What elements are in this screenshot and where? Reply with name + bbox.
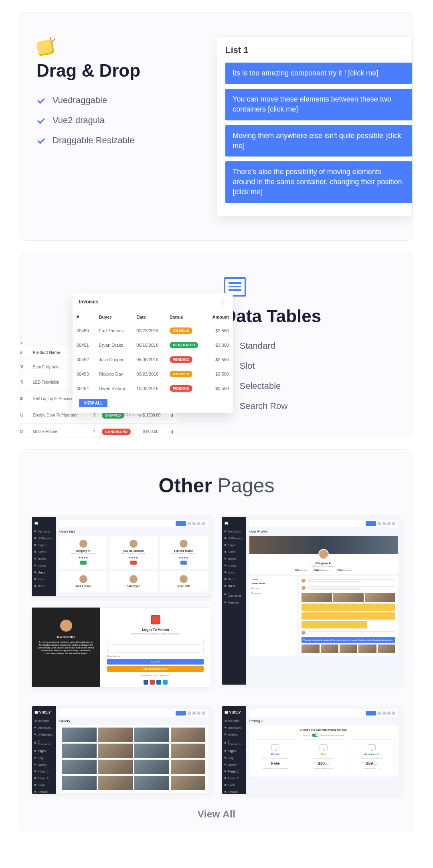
- thumb-gallery[interactable]: ▣ VUELY John Lester Dashboard UI Element…: [32, 706, 211, 794]
- table-row: 00450 Earl Thomas 02/23/2018 ON HOLD $2,…: [73, 323, 233, 338]
- twitter-icon[interactable]: [163, 680, 168, 685]
- feature-item: Search Row: [224, 401, 397, 411]
- feature-item: Vuedraggable: [36, 95, 217, 106]
- avatar: [318, 549, 329, 559]
- user-card: Louise JenkinsWeb Designer & Developer★★…: [109, 536, 157, 569]
- gallery-photo: [98, 728, 133, 742]
- drag-drop-demo-panel: List 1 Its is too amezing component try …: [217, 37, 413, 216]
- check-icon: [36, 116, 45, 125]
- billing-toggle[interactable]: MonthlyYearly ( get 2 month extra): [253, 734, 395, 737]
- other-pages-grid: ▣ Dashboard UI Elements Pages Forms Tabl…: [28, 516, 405, 794]
- data-tables-info: Data Tables Standard Slot Selectable Sea…: [224, 269, 397, 421]
- other-pages-heading: Other Pages: [28, 474, 405, 497]
- gallery-photo: [134, 744, 169, 758]
- draggable-item[interactable]: There's also the possibility of moving e…: [225, 161, 412, 203]
- drag-drop-feature-list: Vuedraggable Vue2 dragula Draggable Resi…: [36, 95, 217, 146]
- invoices-panel: Invoices ⋮ # Buyer Date Status Amount 00…: [73, 293, 233, 413]
- topbar: [249, 520, 398, 527]
- updated-footnote: Updated 10 min ago: [102, 413, 143, 417]
- avatar: [60, 620, 72, 632]
- draggable-item[interactable]: Its is too amezing component try it ! [c…: [225, 63, 412, 84]
- check-icon: [36, 96, 45, 105]
- invoice-table: # Buyer Date Status Amount 00450 Earl Th…: [73, 311, 233, 396]
- register-button[interactable]: OR REGISTER NOW !: [107, 666, 204, 672]
- monitor-icon: [271, 744, 279, 750]
- table-row: 234XE82 Mobile Phone 4 CANCELLED $ 800.0…: [20, 423, 177, 437]
- gallery-photo: [171, 728, 206, 742]
- col-order-id: Order Id: [20, 346, 30, 360]
- table-row: 00452 Julia Cooper 05/05/2018 PENDING $2…: [73, 352, 233, 367]
- view-all-link[interactable]: View All: [28, 809, 405, 820]
- plan-advanced: Advanced Advanced Feature For Brands $59…: [349, 739, 395, 773]
- gallery-photo: [98, 760, 133, 774]
- gallery-photo: [62, 728, 97, 742]
- invoices-title: Invoices: [79, 299, 98, 307]
- google-icon[interactable]: [150, 680, 155, 685]
- brand-logo: ▣: [34, 521, 54, 525]
- brand-logo: ▣ VUELY: [34, 710, 54, 714]
- other-pages-card: Other Pages ▣ Dashboard UI Elements Page…: [20, 449, 413, 832]
- sidebar: ▣ VUELY John Lester Dashboard UI Element…: [32, 706, 56, 794]
- app-logo: [151, 615, 160, 624]
- thumb-user-list[interactable]: ▣ Dashboard UI Elements Pages Forms Tabl…: [32, 516, 211, 597]
- user-card: Sam Ryan: [109, 571, 157, 592]
- gallery-photo: [98, 744, 133, 758]
- data-tables-heading: Data Tables: [224, 306, 397, 326]
- linkedin-icon[interactable]: [156, 680, 161, 685]
- gallery-photo: [62, 776, 97, 790]
- fist-icon: [36, 37, 57, 57]
- draggable-item[interactable]: You can move these elements between thes…: [225, 89, 412, 120]
- brand-logo: ▣ VUELY: [225, 710, 244, 714]
- table-row: 00454 Owen Bishop 10/02/2018 PENDING $3,…: [73, 381, 233, 396]
- plan-pro: Pro More power & personalization $30 /mo…: [301, 739, 346, 773]
- email-field[interactable]: [107, 639, 204, 644]
- more-icon[interactable]: ⋮: [220, 299, 227, 307]
- feature-item: Vue2 dragula: [36, 115, 217, 126]
- gallery-photo: [98, 776, 133, 790]
- login-button[interactable]: LOG IN: [107, 659, 204, 665]
- drag-drop-heading: Drag & Drop: [36, 61, 217, 81]
- gallery-photo: [62, 744, 97, 758]
- feature-item: Standard: [224, 341, 397, 351]
- gallery-photo: [62, 760, 97, 774]
- view-all-button[interactable]: VIEW ALL: [79, 399, 107, 407]
- delete-icon[interactable]: ▮: [168, 423, 177, 437]
- login-left-panel: Mia Gonzalez It is a long established fa…: [32, 608, 100, 687]
- password-field[interactable]: [107, 647, 204, 653]
- table-row: 00453 Ricardo Day 05/23/2018 ON HOLD $3,…: [73, 367, 233, 381]
- feature-item: Draggable Resizable: [36, 135, 217, 146]
- sidebar: ▣ Dashboard UI Elements Pages Forms Tabl…: [32, 517, 56, 596]
- plan-basic: Basic Secure file sharing and collaborat…: [253, 739, 298, 773]
- thumb-user-profile[interactable]: ▣ Dashboard UI Elements Pages Forms Tabl…: [222, 516, 401, 685]
- data-tables-card: rs Order Id Product Name 234XE78 Sam Ful…: [20, 253, 413, 437]
- sidebar: ▣ Dashboard UI Elements Pages Forms Tabl…: [222, 517, 246, 685]
- draggable-item[interactable]: Moving them anywhere else isn't quite po…: [225, 125, 412, 157]
- monitor-icon: [368, 744, 376, 750]
- user-card: Jack Larson: [59, 571, 107, 592]
- demo-list-title: List 1: [225, 45, 412, 55]
- gallery-photo: [171, 744, 206, 758]
- gallery-photo: [134, 728, 169, 742]
- gallery-photo: [134, 760, 169, 774]
- drag-drop-card: Drag & Drop Vuedraggable Vue2 dragula Dr…: [20, 12, 413, 241]
- login-form: Login To Admin Enter username and passwo…: [100, 608, 211, 687]
- feature-item: Slot: [224, 361, 397, 371]
- topbar: [59, 520, 208, 527]
- check-icon: [36, 136, 45, 145]
- user-card: Josie Tate: [160, 571, 208, 592]
- user-card: Gregory A.Web Designer & Developer★★★★: [59, 536, 107, 569]
- photo-grid: [59, 725, 208, 793]
- thumb-pricing[interactable]: ▣ VUELY John Lester Dashboard Widgets E-…: [222, 706, 401, 794]
- brand-logo: ▣: [225, 521, 244, 525]
- gallery-photo: [171, 760, 206, 774]
- table-row: 00451 Bryan Drake 06/16/2018 GENERATED $…: [73, 338, 233, 352]
- user-card: Francis MarshWeb Designer & Developer★★★…: [160, 536, 208, 569]
- clock-icon: [102, 413, 105, 417]
- thumb-login[interactable]: Mia Gonzalez It is a long established fa…: [32, 607, 211, 687]
- gallery-photo: [171, 776, 206, 790]
- orders-corner-label: rs: [20, 341, 22, 345]
- feature-item: Selectable: [224, 381, 397, 391]
- gallery-photo: [134, 776, 169, 790]
- facebook-icon[interactable]: [144, 680, 148, 685]
- monitor-icon: [320, 744, 328, 750]
